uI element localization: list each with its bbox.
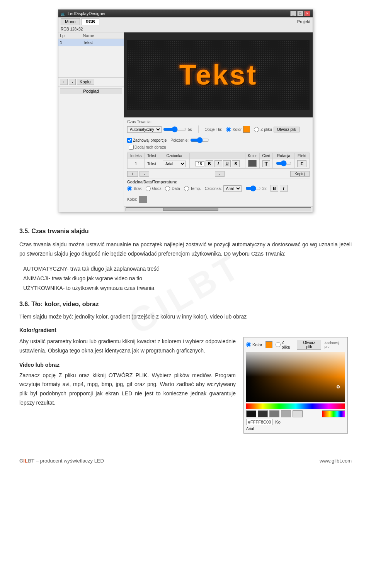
th-tekst: Tekst bbox=[145, 153, 159, 159]
cpw-kolor-radio[interactable] bbox=[246, 342, 251, 347]
dodaj-ruch-label: Dodaj ruch obrazu bbox=[134, 145, 166, 149]
dodaj-ruch-checkbox[interactable] bbox=[129, 145, 134, 150]
list-item[interactable]: 1 Tekst bbox=[58, 39, 124, 46]
dt-kolor-label: Kolor: bbox=[127, 197, 137, 202]
section-36-para1: Tłem slajdu może być: jednolity kolor, g… bbox=[19, 312, 352, 322]
add-slide-btn[interactable]: + bbox=[60, 79, 68, 85]
bold-btn[interactable]: B bbox=[206, 160, 213, 167]
dt-godz-radio[interactable] bbox=[146, 186, 151, 191]
cell-czcionka: Arial bbox=[159, 159, 190, 169]
kolor-label: Kolor bbox=[233, 127, 242, 132]
def-item-3: UŻYTKOWNIKA- to użytkownik wymusza czas … bbox=[23, 283, 352, 293]
cpw-otworz-btn[interactable]: Otwórz plik bbox=[297, 340, 321, 350]
dt-size-slider[interactable] bbox=[245, 185, 261, 191]
scrollbar-area bbox=[124, 206, 313, 212]
minimize-btn[interactable]: _ bbox=[290, 11, 296, 16]
remove-text-btn[interactable]: - bbox=[140, 171, 149, 177]
col-lp: Lp bbox=[58, 32, 81, 39]
spectrum-strip[interactable] bbox=[322, 410, 345, 417]
project-label: Projekt bbox=[297, 19, 310, 24]
font-size-input[interactable] bbox=[195, 161, 204, 166]
row-name: Tekst bbox=[81, 39, 124, 46]
swatch-black[interactable] bbox=[246, 410, 256, 417]
titlebar: 📺 LedDisplayDesigner _ □ ✕ bbox=[58, 10, 313, 17]
polozenie-label: Położenie: bbox=[170, 138, 189, 142]
cpw-hex-label: #FFFF8C00 bbox=[246, 419, 273, 425]
rotation-slider[interactable] bbox=[276, 160, 291, 166]
doc-content: 3.5. Czas trwania slajdu Czas trwania sl… bbox=[0, 212, 371, 453]
maximize-btn[interactable]: □ bbox=[297, 11, 303, 16]
swatch-lightgray[interactable] bbox=[281, 410, 291, 417]
sidebar-bottom: + - Kopiuj bbox=[58, 77, 124, 86]
cell-kolor bbox=[245, 159, 259, 169]
close-btn[interactable]: ✕ bbox=[304, 11, 310, 16]
cpw-gradient-overlay bbox=[246, 352, 345, 402]
text-color-swatch[interactable] bbox=[248, 160, 257, 167]
dash-btn-1[interactable]: - bbox=[215, 171, 225, 177]
z-pliku-label: Z pliku bbox=[260, 127, 272, 132]
dt-bold-btn[interactable]: B bbox=[271, 185, 278, 192]
cpw-color-swatch[interactable] bbox=[265, 341, 272, 348]
strikethrough-btn[interactable]: S bbox=[232, 160, 240, 167]
footer-bt: BT bbox=[28, 458, 34, 464]
dt-font-select[interactable]: Arial bbox=[223, 185, 242, 192]
dt-italic-btn[interactable]: I bbox=[280, 185, 288, 192]
cell-tekst[interactable]: Tekst bbox=[145, 159, 159, 169]
dt-godz-label: Godz bbox=[152, 186, 162, 191]
add-text-btn[interactable]: + bbox=[127, 171, 138, 177]
czas-trwania-group: Czas Trwania: bbox=[127, 120, 151, 124]
cpw-ko-label: Ko bbox=[275, 420, 280, 424]
col-left: Aby ustalić parametry koloru lub gradien… bbox=[19, 337, 236, 434]
tab-rgb[interactable]: RGB bbox=[82, 18, 99, 25]
cpw-hue-bar[interactable] bbox=[246, 403, 345, 409]
automatyczny-select[interactable]: Automatyczny bbox=[127, 126, 162, 133]
italic-btn[interactable]: I bbox=[214, 160, 222, 167]
duration-slider[interactable] bbox=[163, 126, 186, 132]
swatch-darkgray[interactable] bbox=[258, 410, 268, 417]
th-cien: Cień bbox=[260, 153, 273, 159]
color-swatch[interactable] bbox=[243, 126, 250, 133]
dt-temp-radio[interactable] bbox=[184, 186, 189, 191]
preview-btn[interactable]: Podgląd bbox=[60, 88, 122, 94]
swatch-gray[interactable] bbox=[269, 410, 279, 417]
cpw-zpliku-radio[interactable] bbox=[276, 342, 281, 347]
definition-list: AUTOMATYCZNY- trwa tak długo jak zaplano… bbox=[19, 264, 352, 293]
cpw-arial-label: Arial bbox=[246, 427, 254, 431]
remove-slide-btn[interactable]: - bbox=[69, 79, 76, 85]
footer-il: IL bbox=[23, 458, 28, 464]
copy-text-btn[interactable]: Kopiuj bbox=[290, 171, 310, 177]
kolor-radio[interactable] bbox=[226, 127, 231, 132]
def-item-1: AUTOMATYCZNY- trwa tak długo jak zaplano… bbox=[23, 264, 352, 274]
window-body: Lp Name 1 Tekst + - Kopiuj bbox=[58, 32, 313, 212]
display-size-label: RGB 128x32 bbox=[61, 27, 83, 31]
sidebar: Lp Name 1 Tekst + - Kopiuj bbox=[58, 32, 124, 212]
row-lp: 1 bbox=[58, 39, 81, 46]
cell-format: B I U S bbox=[190, 159, 245, 169]
z-pliku-radio[interactable] bbox=[254, 127, 259, 132]
effect-btn[interactable]: E bbox=[297, 160, 306, 167]
dt-color-swatch[interactable] bbox=[139, 196, 147, 203]
zachowaj-checkbox[interactable] bbox=[127, 138, 132, 143]
otworz-plik-btn[interactable]: Otwórz plik bbox=[274, 127, 300, 132]
copy-slide-btn[interactable]: Kopiuj bbox=[77, 79, 94, 85]
bottom-controls: + - - Kopiuj bbox=[127, 170, 310, 177]
font-select[interactable]: Arial bbox=[163, 161, 186, 167]
dt-data-radio[interactable] bbox=[165, 186, 170, 191]
dt-czcionka-label: Czcionka: bbox=[205, 186, 222, 191]
dt-data-label: Data bbox=[172, 186, 180, 191]
text-row: 1 Tekst Arial B I bbox=[128, 159, 310, 169]
h-scrollbar[interactable] bbox=[126, 207, 311, 211]
cpw-gradient-area[interactable] bbox=[246, 352, 345, 402]
section-35-heading: 3.5. Czas trwania slajdu bbox=[19, 228, 352, 235]
dt-brak-radio[interactable] bbox=[127, 186, 132, 191]
dt-temp-label: Temp. bbox=[191, 186, 201, 191]
def-item-2: ANIMACJI- trwa tak długo jak wgrane vide… bbox=[23, 274, 352, 283]
text-table: Indeks Tekst Czcionka Kolor Cień Rotacja… bbox=[127, 153, 310, 169]
swatch-silver[interactable] bbox=[293, 410, 303, 417]
polozenie-slider[interactable] bbox=[190, 137, 209, 143]
tab-mono[interactable]: Mono bbox=[61, 18, 80, 25]
scrollbar-thumb[interactable] bbox=[163, 208, 218, 211]
underline-btn[interactable]: U bbox=[223, 160, 231, 167]
datetime-section: Godzina/Data/Temperatura: Brak Godz bbox=[127, 178, 310, 203]
shadow-btn[interactable]: T bbox=[262, 160, 270, 167]
